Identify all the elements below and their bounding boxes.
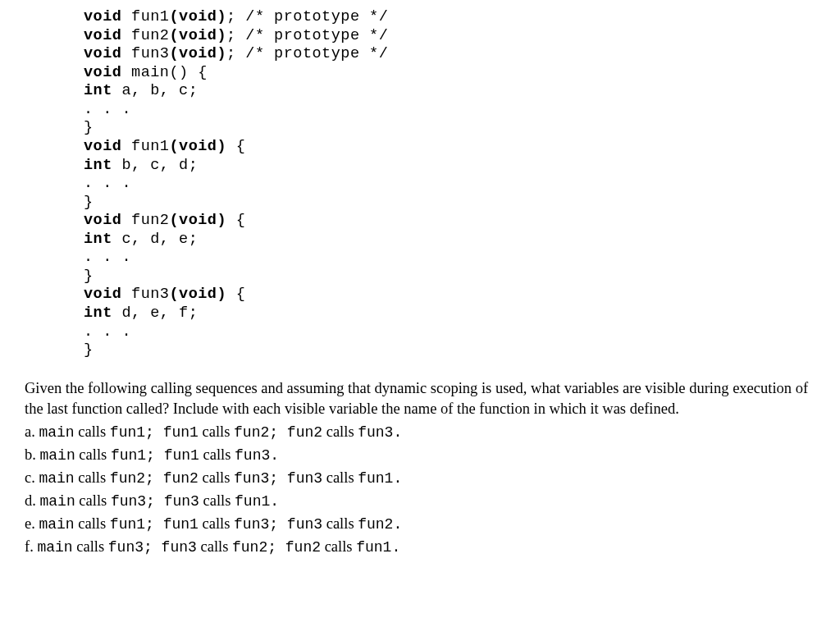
option-f: f. main calls fun3; fun3 calls fun2; fun… bbox=[25, 536, 815, 559]
option-e: e. main calls fun1; fun1 calls fun3; fun… bbox=[25, 513, 815, 536]
option-d: d. main calls fun3; fun3 calls fun1. bbox=[25, 490, 815, 513]
option-b: b. main calls fun1; fun1 calls fun3. bbox=[25, 444, 815, 467]
code-block: void fun1(void); /* prototype */ void fu… bbox=[84, 8, 815, 360]
options-list: a. main calls fun1; fun1 calls fun2; fun… bbox=[25, 421, 815, 559]
option-a: a. main calls fun1; fun1 calls fun2; fun… bbox=[25, 421, 815, 444]
question-text: Given the following calling sequences an… bbox=[25, 378, 815, 419]
option-c: c. main calls fun2; fun2 calls fun3; fun… bbox=[25, 467, 815, 490]
